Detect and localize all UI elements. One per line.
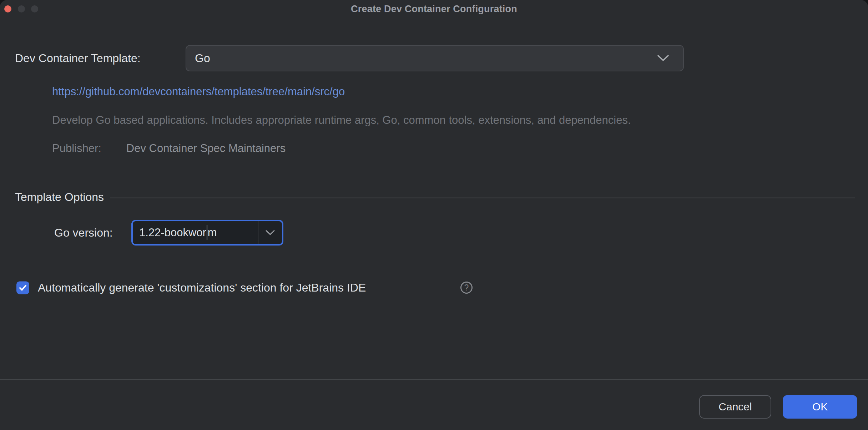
- template-source-link[interactable]: https://github.com/devcontainers/templat…: [52, 85, 345, 98]
- checkmark-icon: [18, 283, 28, 293]
- go-version-input[interactable]: 1.22-bookwor m: [133, 221, 258, 244]
- go-version-dropdown-button[interactable]: [258, 221, 282, 244]
- template-description: Develop Go based applications. Includes …: [52, 114, 631, 127]
- customizations-checkbox-label[interactable]: Automatically generate 'customizations' …: [38, 281, 366, 294]
- dialog-create-dev-container: Create Dev Container Configuration Dev C…: [0, 0, 868, 430]
- customizations-checkbox-row: Automatically generate 'customizations' …: [16, 281, 366, 294]
- ok-button[interactable]: OK: [783, 395, 857, 419]
- customizations-checkbox[interactable]: [16, 281, 29, 294]
- template-options-section: Template Options: [15, 191, 855, 204]
- template-dropdown[interactable]: Go: [186, 45, 684, 71]
- go-version-text-after-caret: m: [208, 226, 217, 239]
- section-divider: [110, 197, 855, 198]
- publisher-value: Dev Container Spec Maintainers: [126, 142, 286, 155]
- section-title: Template Options: [15, 191, 104, 204]
- chevron-down-icon: [657, 55, 670, 62]
- publisher-label: Publisher:: [52, 142, 101, 155]
- text-caret: [207, 225, 207, 240]
- footer-divider: [0, 379, 868, 380]
- window-title: Create Dev Container Configuration: [0, 4, 868, 15]
- title-bar: Create Dev Container Configuration: [0, 0, 868, 19]
- help-icon[interactable]: ?: [460, 282, 473, 294]
- publisher-row: Publisher: Dev Container Spec Maintainer…: [52, 142, 286, 155]
- go-version-combobox[interactable]: 1.22-bookwor m: [131, 220, 283, 246]
- chevron-down-icon: [265, 230, 275, 236]
- cancel-button[interactable]: Cancel: [699, 395, 771, 419]
- go-version-label: Go version:: [54, 226, 113, 239]
- go-version-text-before-caret: 1.22-bookwor: [139, 226, 206, 239]
- template-dropdown-value: Go: [195, 52, 210, 65]
- template-field-label: Dev Container Template:: [15, 52, 141, 65]
